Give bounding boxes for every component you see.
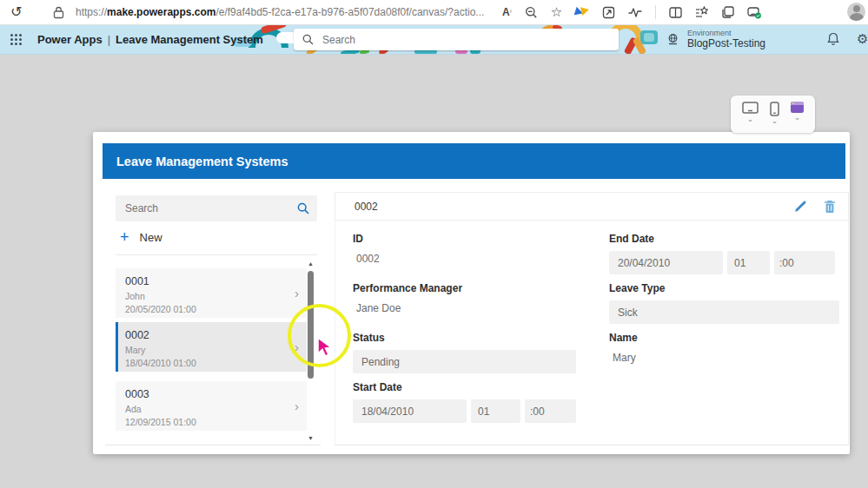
url-path: /e/f9af4bd5-f2ca-e17a-b976-a5f07da08f0f/… (215, 6, 484, 18)
zoom-out-icon[interactable] (525, 6, 538, 19)
scroll-up-icon[interactable]: ▲ (308, 260, 314, 267)
settings-gear-icon[interactable]: ⚙ (857, 31, 868, 47)
decorative-splash (644, 33, 654, 42)
phone-icon (770, 102, 779, 116)
search-icon (302, 34, 314, 45)
chevron-down-icon[interactable]: ⌄ (772, 117, 779, 124)
end-hour-value[interactable]: 01 (727, 251, 770, 274)
browser-toolbar-icons: A⁾ ☆ (502, 0, 762, 24)
status-value[interactable]: Pending (353, 350, 576, 373)
record-datetime: 18/04/2010 01:00 (125, 357, 307, 370)
field-performance-manager: Performance Manager Jane Doe (353, 282, 576, 314)
edit-pencil-icon[interactable] (793, 200, 807, 214)
start-minute-value[interactable]: :00 (525, 399, 576, 423)
wallet-icon[interactable] (747, 6, 762, 19)
field-end-date: End Date 20/04/2010 01 :00 (609, 233, 839, 274)
leave-type-value[interactable]: Sick (609, 300, 839, 324)
start-hour-value[interactable]: 01 (471, 399, 520, 423)
field-label: End Date (609, 233, 839, 245)
browser-window-icon (791, 102, 804, 113)
url-text[interactable]: https://make.powerapps.com/e/f9af4bd5-f2… (76, 6, 484, 18)
field-label: Start Date (353, 381, 576, 393)
header-search[interactable] (294, 29, 619, 50)
record-id: 0003 (125, 388, 307, 400)
phone-preview-button[interactable]: ⌄ (770, 102, 779, 133)
list-item-0002-selected[interactable]: 0002 Mary 18/04/2010 01:00 › (116, 322, 307, 372)
screen: ↻ https://make.powerapps.com/e/f9af4bd5-… (0, 0, 868, 488)
environment-name: BlogPost-Testing (687, 37, 765, 49)
field-status: Status Pending (353, 332, 576, 373)
record-id: 0001 (125, 275, 307, 287)
field-leave-type: Leave Type Sick (609, 282, 839, 324)
powerapps-header: Power Apps|Leave Management System Envir… (0, 25, 868, 55)
refresh-icon[interactable]: ↻ (10, 3, 22, 21)
delete-trash-icon[interactable] (824, 200, 836, 214)
end-date-value[interactable]: 20/04/2010 (609, 251, 723, 274)
browser-profile-avatar[interactable] (847, 3, 865, 21)
lock-icon[interactable] (53, 6, 64, 23)
field-label: Performance Manager (353, 282, 576, 294)
divider (116, 254, 317, 255)
list-item-0001[interactable]: 0001 John 20/05/2020 01:00 › (116, 268, 307, 318)
record-search-box[interactable] (116, 195, 317, 221)
chevron-down-icon[interactable]: ⌄ (794, 114, 801, 121)
field-id: ID 0002 (353, 233, 576, 265)
split-screen-icon[interactable] (669, 7, 682, 18)
share-icon[interactable] (602, 6, 615, 19)
notifications-bell-icon[interactable] (827, 32, 839, 49)
brand-name: Power Apps (37, 33, 103, 46)
browser-preview-button[interactable]: ⌄ (791, 102, 804, 133)
field-name: Name Mary (609, 332, 839, 364)
plus-icon: + (120, 229, 129, 245)
field-value: 0002 (353, 253, 576, 265)
record-id: 0002 (125, 329, 307, 341)
field-label: Status (353, 332, 576, 344)
mouse-cursor (316, 337, 335, 364)
url-scheme: https:// (76, 6, 107, 18)
browser-address-bar: ↻ https://make.powerapps.com/e/f9af4bd5-… (0, 0, 868, 25)
new-record-button[interactable]: + New (120, 229, 162, 245)
environment-icon (666, 32, 680, 47)
app-name: Leave Management System (116, 33, 263, 46)
app-header-title: Leave Management Systems (116, 155, 288, 168)
tablet-preview-button[interactable]: ⌄ (742, 102, 759, 133)
favorites-star-icon[interactable]: ☆ (551, 4, 562, 20)
record-datetime: 12/09/2015 01:00 (125, 416, 307, 429)
search-icon (297, 202, 309, 214)
record-datetime: 20/05/2020 01:00 (125, 303, 307, 316)
app-header-bar: Leave Management Systems (103, 143, 845, 179)
title-separator: | (103, 33, 116, 46)
collections-icon[interactable] (721, 6, 734, 18)
tablet-icon (742, 102, 759, 115)
list-item-0003[interactable]: 0003 Ada 12/09/2015 01:00 › (116, 381, 307, 431)
device-preview-toolbar: ⌄ ⌄ ⌄ (731, 96, 815, 133)
field-label: Leave Type (609, 282, 839, 294)
detail-form: ID 0002 End Date 20/04/2010 01 :00 Perfo… (335, 221, 849, 445)
start-date-value[interactable]: 18/04/2010 (353, 399, 467, 423)
field-label: ID (353, 233, 576, 245)
environment-picker[interactable]: Environment BlogPost-Testing (666, 29, 765, 49)
record-name: John (125, 290, 307, 303)
browser-essentials-icon[interactable] (628, 7, 642, 18)
environment-label: Environment (687, 29, 765, 37)
header-search-input[interactable] (321, 33, 610, 47)
waffle-menu-icon[interactable] (10, 34, 22, 45)
toolbar-divider (655, 5, 656, 19)
record-search-input[interactable] (123, 201, 297, 215)
new-record-label: New (140, 231, 162, 244)
end-minute-value[interactable]: :00 (774, 251, 835, 274)
record-name: Mary (125, 344, 307, 357)
power-platform-extension-icon[interactable] (575, 6, 589, 18)
app-canvas: Leave Management Systems + New 0001 John… (93, 132, 850, 454)
favorites-bar-icon[interactable] (695, 6, 708, 18)
chevron-down-icon[interactable]: ⌄ (747, 115, 754, 122)
record-name: Ada (125, 403, 307, 416)
url-domain: make.powerapps.com (107, 6, 215, 18)
chevron-right-icon[interactable]: › (295, 286, 299, 300)
read-aloud-icon[interactable]: A⁾ (502, 6, 512, 18)
app-title: Power Apps|Leave Management System (37, 33, 263, 46)
field-value: Mary (609, 352, 839, 364)
scroll-down-icon[interactable]: ▼ (308, 435, 314, 441)
chevron-right-icon[interactable]: › (295, 399, 299, 413)
field-start-date: Start Date 18/04/2010 01 :00 (353, 381, 576, 423)
